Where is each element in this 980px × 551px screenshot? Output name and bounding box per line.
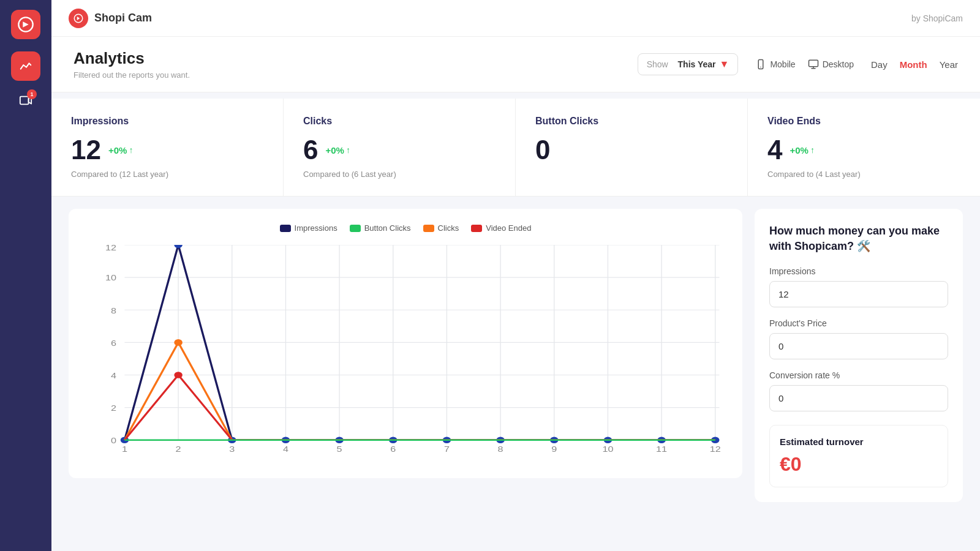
legend-dot-button-clicks — [350, 225, 361, 232]
period-month-btn[interactable]: Month — [900, 59, 927, 70]
legend-label-video-ended: Video Ended — [486, 223, 531, 233]
svg-text:9: 9 — [551, 444, 557, 453]
stat-card-clicks: Clicks 6 +0% ↑ Compared to (6 Last year) — [284, 99, 516, 196]
mobile-label: Mobile — [770, 59, 795, 69]
legend-label-button-clicks: Button Clicks — [364, 223, 411, 233]
money-field-impressions: Impressions — [769, 266, 948, 318]
svg-text:3: 3 — [229, 444, 235, 453]
topbar: Shopi Cam by ShopiCam — [51, 0, 980, 37]
svg-text:4: 4 — [111, 371, 116, 380]
stat-change-clicks: +0% ↑ — [325, 145, 350, 156]
chart-dot-clicks-2 — [174, 339, 182, 346]
desktop-device-btn[interactable]: Desktop — [808, 56, 854, 72]
brand-logo — [69, 9, 88, 28]
arrow-up-icon: ↑ — [129, 145, 133, 155]
stat-label-video-ends: Video Ends — [767, 116, 960, 127]
svg-text:0: 0 — [111, 437, 116, 445]
page-title: Analytics — [74, 49, 190, 68]
legend-label-clicks: Clicks — [438, 223, 459, 233]
chart-svg: 0 2 4 6 8 10 12 1 2 3 4 5 6 — [83, 245, 728, 453]
period-day-btn[interactable]: Day — [871, 59, 888, 70]
stat-label-button-clicks: Button Clicks — [535, 116, 728, 127]
device-group: Mobile Desktop — [755, 56, 854, 72]
app-logo — [11, 10, 40, 39]
estimated-value: €0 — [780, 453, 938, 476]
show-label: Show — [647, 59, 668, 69]
desktop-label: Desktop — [823, 59, 854, 69]
money-input-conversion-rate[interactable] — [769, 385, 948, 411]
money-calculator: How much money can you make with Shopica… — [755, 209, 963, 502]
stat-label-clicks: Clicks — [303, 116, 496, 127]
stat-value-clicks: 6 — [303, 137, 318, 163]
legend-impressions: Impressions — [280, 223, 337, 233]
stat-compare-video-ends: Compared to (4 Last year) — [767, 170, 960, 179]
arrow-up-icon: ↑ — [346, 145, 350, 155]
money-field-conversion-rate: Conversion rate % — [769, 370, 948, 422]
money-label-product-price: Product's Price — [769, 318, 948, 328]
stat-value-row-video-ends: 4 +0% ↑ — [767, 137, 960, 163]
arrow-up-icon: ↑ — [810, 145, 815, 155]
svg-text:7: 7 — [444, 444, 450, 453]
legend-dot-clicks — [423, 225, 434, 232]
desktop-icon — [808, 59, 819, 70]
stat-card-impressions: Impressions 12 +0% ↑ Compared to (12 Las… — [51, 99, 284, 196]
sidebar: 1 — [0, 0, 51, 551]
legend-button-clicks: Button Clicks — [350, 223, 411, 233]
svg-text:10: 10 — [602, 444, 613, 453]
page-area: Analytics Filtered out the reports you w… — [51, 37, 980, 551]
chart-dot-button-clicks-2 — [174, 372, 182, 378]
brand: Shopi Cam — [69, 9, 152, 28]
show-value: This Year — [678, 59, 716, 69]
money-field-product-price: Product's Price — [769, 318, 948, 370]
svg-text:8: 8 — [498, 444, 503, 453]
bottom-section: Impressions Button Clicks Clicks Video E… — [51, 197, 980, 514]
stat-value-row-button-clicks: 0 — [535, 137, 728, 163]
svg-text:6: 6 — [111, 339, 116, 347]
svg-text:12: 12 — [105, 245, 116, 252]
money-input-product-price[interactable] — [769, 333, 948, 359]
svg-text:2: 2 — [111, 404, 116, 413]
chart-dot-impressions-2 — [174, 245, 182, 248]
money-label-impressions: Impressions — [769, 266, 948, 276]
svg-text:8: 8 — [111, 306, 116, 315]
money-label-conversion-rate: Conversion rate % — [769, 370, 948, 380]
chart-container: Impressions Button Clicks Clicks Video E… — [69, 209, 742, 478]
svg-point-4 — [761, 67, 762, 68]
legend-video-ended: Video Ended — [471, 223, 531, 233]
stat-compare-impressions: Compared to (12 Last year) — [71, 170, 263, 179]
period-group: Day Month Year — [871, 59, 958, 70]
period-year-btn[interactable]: Year — [940, 59, 958, 70]
chevron-down-icon: ▼ — [720, 59, 729, 70]
legend-dot-video-ended — [471, 225, 482, 232]
mobile-device-btn[interactable]: Mobile — [755, 56, 795, 72]
svg-text:6: 6 — [390, 444, 396, 453]
chart-legend: Impressions Button Clicks Clicks Video E… — [83, 223, 728, 233]
page-subtitle: Filtered out the reports you want. — [74, 70, 190, 80]
legend-clicks: Clicks — [423, 223, 459, 233]
svg-text:10: 10 — [105, 274, 116, 282]
stat-change-video-ends: +0% ↑ — [790, 145, 814, 156]
chart-icon — [19, 59, 32, 73]
stat-label-impressions: Impressions — [71, 116, 263, 127]
main-content: Shopi Cam by ShopiCam Analytics Filtered… — [51, 0, 980, 551]
estimated-turnover-box: Estimated turnover €0 — [769, 425, 948, 487]
svg-text:1: 1 — [122, 444, 127, 453]
header-controls: Show This Year ▼ Mobile — [638, 53, 958, 75]
svg-text:2: 2 — [176, 444, 181, 453]
analytics-title-block: Analytics Filtered out the reports you w… — [74, 49, 190, 80]
brand-name: Shopi Cam — [94, 12, 152, 24]
stat-card-button-clicks: Button Clicks 0 — [516, 99, 748, 196]
sidebar-item-video[interactable]: 1 — [11, 86, 40, 115]
stat-value-video-ends: 4 — [767, 137, 782, 163]
sidebar-item-analytics[interactable] — [11, 51, 40, 81]
mobile-icon — [755, 59, 766, 70]
estimated-label: Estimated turnover — [780, 437, 938, 447]
stat-card-video-ends: Video Ends 4 +0% ↑ Compared to (4 Last y… — [748, 99, 980, 196]
svg-text:12: 12 — [710, 444, 721, 453]
svg-text:11: 11 — [656, 444, 667, 453]
svg-text:4: 4 — [283, 444, 288, 453]
chart-area: 0 2 4 6 8 10 12 1 2 3 4 5 6 — [83, 245, 728, 453]
money-input-impressions[interactable] — [769, 281, 948, 307]
svg-rect-5 — [809, 60, 818, 67]
show-year-dropdown[interactable]: Show This Year ▼ — [638, 53, 739, 75]
